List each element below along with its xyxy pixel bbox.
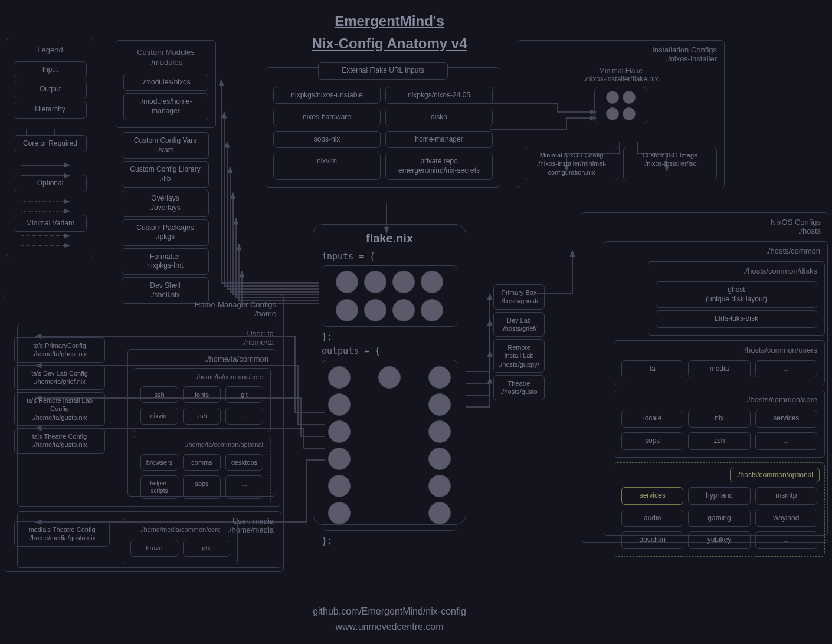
- circle-icon: [428, 366, 451, 389]
- core-more: ...: [755, 432, 817, 450]
- disks-heading: ./hosts/common/disks: [653, 267, 820, 279]
- ta-opt-browsers: browsers: [140, 454, 178, 471]
- input-nixvim: nixvim: [273, 153, 381, 179]
- circle-icon: [428, 502, 451, 524]
- media-core-gtk: gtk: [183, 540, 231, 556]
- disk-btrfs: btrfs-luks-disk: [656, 310, 817, 328]
- circle-icon: [428, 448, 451, 470]
- chip-vars: Custom Config Vars ./vars: [122, 132, 209, 159]
- ta-core-panel: ./home/ta/common/core ssh fonts git nixv…: [133, 368, 271, 432]
- host-remote: Remote Install Lab ./hosts/guppy/: [493, 339, 545, 373]
- modules-home-manager: ./modules/home-manager: [123, 93, 208, 120]
- title-line1: EmergentMind's: [289, 13, 490, 29]
- input-nixpkgs-unstable: nixpkgs/nixos-unstable: [273, 87, 381, 104]
- disk-ghost: ghost (unique disk layout): [656, 281, 817, 308]
- hosts-users-panel: ./hosts/common/users ta media ...: [614, 340, 825, 386]
- nixos-configs-panel: NixOS Configs ./hosts ./hosts/common ./h…: [581, 212, 828, 543]
- circle-icon: [428, 420, 451, 443]
- chip-pkgs: Custom Packages ./pkgs: [122, 219, 209, 246]
- hosts-common-panel: ./hosts/common ./hosts/common/disks ghos…: [604, 241, 828, 536]
- minimal-flake-box: [594, 87, 647, 124]
- circle-icon: [364, 299, 386, 321]
- ta-core-nixvim: nixvim: [140, 408, 178, 424]
- opt-audio: audio: [621, 510, 683, 527]
- chip-formatter: Formatter nixpkgs-fmt: [122, 248, 209, 275]
- core-nix: nix: [688, 410, 750, 428]
- ta-optional-heading: ./home/ta/common/optional: [138, 441, 266, 452]
- input-secrets: private repo emergentmind/nix-secrets: [385, 153, 493, 179]
- legend-core: Core or Required: [14, 135, 87, 153]
- user-ta-panel: User: ta ./home/ta ta's PrimaryConfig ./…: [17, 324, 281, 507]
- opt-obsidian: obsidian: [621, 531, 683, 549]
- host-targets-group: Primary Box ./hosts/ghost/ Dev Lab ./hos…: [491, 282, 547, 403]
- media-core-heading: ./home/media/common/core: [128, 523, 232, 537]
- legend-hierarchy: Hierarchy: [14, 101, 87, 119]
- circle-icon: [336, 299, 358, 321]
- input-disko: disko: [385, 109, 493, 126]
- external-flake-panel: External Flake URL Inputs nixpkgs/nixos-…: [266, 67, 500, 188]
- opt-hyprland: hyprland: [688, 487, 750, 505]
- input-nixpkgs-2405: nixpkgs/nixos-24.05: [385, 87, 493, 104]
- user-more: ...: [755, 360, 817, 378]
- chip-overlays: Overlays ./overlays: [122, 190, 209, 216]
- host-dev: Dev Lab ./hosts/grief/: [493, 312, 545, 337]
- circle-icon: [328, 475, 351, 497]
- circle-icon: [421, 271, 443, 293]
- media-cfg: media's Theatre Config ./home/media/gust…: [14, 521, 110, 547]
- legend-optional: Optional: [14, 175, 87, 192]
- legend-panel: Legend Input Output Hierarchy Core or Re…: [6, 38, 94, 257]
- circle-icon: [328, 366, 351, 389]
- ta-opt-helpers: helper-scripts: [140, 475, 178, 499]
- legend-input: Input: [14, 61, 87, 79]
- user-media-panel: User: media ./home/media media's Theatre…: [17, 511, 281, 568]
- ta-common-panel: ./home/ta/common ./home/ta/common/core s…: [127, 349, 276, 497]
- ta-core-heading: ./home/ta/common/core: [138, 373, 266, 384]
- ta-core-zsh: zsh: [183, 408, 221, 424]
- legend-minimal: Minimal Variant: [14, 215, 87, 232]
- circle-icon: [623, 91, 636, 104]
- custom-modules-heading: Custom Modules ./modules: [121, 45, 211, 71]
- ta-cfg-theatre: ta's Theatre Config ./home/ta/gusto.nix: [14, 428, 105, 454]
- minimal-nixos-config: Minimal NixOS Config ./nixos-installer/m…: [525, 147, 618, 180]
- installer-heading: Installation Configs ./nixos-installer: [522, 45, 719, 67]
- modules-nixos: ./modules/nixos: [123, 74, 208, 91]
- user-ta: ta: [621, 360, 683, 378]
- circle-icon: [428, 393, 451, 416]
- hosts-disks-panel: ./hosts/common/disks ghost (unique disk …: [648, 261, 825, 336]
- host-theatre: Theatre ./hosts/gusto: [493, 375, 545, 400]
- circle-icon: [336, 271, 358, 293]
- ta-core-fonts: fonts: [183, 386, 221, 403]
- core-sops: sops: [621, 432, 683, 450]
- circle-icon: [392, 299, 415, 321]
- circle-icon: [606, 107, 619, 120]
- circle-icon: [364, 271, 386, 293]
- circle-icon: [606, 91, 619, 104]
- ta-opt-comms: comms: [183, 454, 221, 471]
- title-line2: Nix-Config Anatomy v4: [289, 35, 490, 52]
- core-locale: locale: [621, 410, 683, 428]
- flake-inputs-label: inputs = {: [322, 251, 457, 262]
- hosts-core-panel: ./hosts/common/core locale nix services …: [614, 390, 825, 457]
- flake-heading: flake.nix: [322, 232, 457, 245]
- hosts-optional-heading: ./hosts/common/optional: [730, 468, 820, 483]
- input-nixos-hardware: nixos-hardware: [273, 109, 381, 126]
- users-heading: ./hosts/common/users: [619, 346, 820, 358]
- ta-core-ssh: ssh: [140, 386, 178, 403]
- flake-outputs-close: };: [322, 535, 457, 546]
- ta-cfg-primary: ta's PrimaryConfig ./home/ta/ghost.nix: [14, 337, 105, 363]
- circle-icon: [392, 271, 415, 293]
- flake-inputs-grid: [322, 265, 457, 327]
- ta-core-git: git: [225, 386, 263, 403]
- custom-iso: Custom ISO Image ./nixos-installer/iso: [623, 147, 717, 180]
- input-home-manager: home-manager: [385, 131, 493, 149]
- minimal-flake-label: Minimal Flake ./nixos-installer/flake.ni…: [522, 67, 719, 83]
- core-services: services: [755, 410, 817, 428]
- footer-links: github.com/EmergentMind/nix-config www.u…: [289, 602, 490, 632]
- hosts-common-heading: ./hosts/common: [609, 247, 823, 259]
- opt-gaming: gaming: [688, 510, 750, 527]
- legend-output: Output: [14, 81, 87, 98]
- circle-icon: [328, 448, 351, 470]
- circle-icon: [328, 393, 351, 416]
- external-flake-heading: External Flake URL Inputs: [318, 62, 448, 80]
- hosts-optional-panel: ./hosts/common/optional services hyprlan…: [614, 462, 825, 557]
